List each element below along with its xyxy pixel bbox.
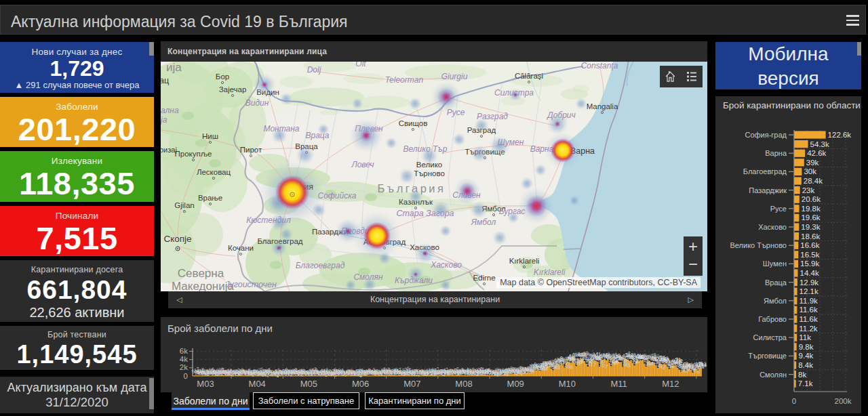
svg-text:4k: 4k bbox=[568, 353, 576, 361]
svg-text:M06: M06 bbox=[352, 379, 369, 389]
svg-text:122.6k: 122.6k bbox=[828, 131, 852, 139]
svg-text:Свищов: Свищов bbox=[399, 119, 428, 127]
svg-text:Търговище: Търговище bbox=[748, 352, 787, 360]
svg-text:M10: M10 bbox=[559, 379, 576, 389]
svg-text:12.1k: 12.1k bbox=[800, 287, 818, 295]
svg-text:8k: 8k bbox=[798, 371, 806, 379]
svg-text:15.9k: 15.9k bbox=[800, 259, 819, 268]
svg-text:Прокупље: Прокупље bbox=[174, 150, 212, 158]
svg-text:19.3k: 19.3k bbox=[801, 223, 820, 231]
svg-text:Kırklareli: Kırklareli bbox=[534, 268, 566, 277]
svg-text:Хасково: Хасково bbox=[758, 223, 787, 231]
svg-text:Ямбол: Ямбол bbox=[471, 217, 496, 227]
svg-text:Kırklareli: Kırklareli bbox=[509, 257, 540, 265]
svg-text:M11: M11 bbox=[610, 379, 627, 389]
svg-text:Враца: Враца bbox=[765, 278, 787, 287]
svg-text:2k: 2k bbox=[180, 363, 188, 371]
svg-text:7.1k: 7.1k bbox=[798, 379, 813, 388]
svg-text:11k: 11k bbox=[799, 333, 811, 341]
svg-text:14.4k: 14.4k bbox=[800, 269, 819, 277]
svg-text:M08: M08 bbox=[455, 379, 472, 389]
svg-text:Северна: Северна bbox=[178, 267, 224, 280]
svg-text:54.3k: 54.3k bbox=[810, 140, 829, 148]
svg-text:42.6k: 42.6k bbox=[807, 149, 826, 157]
svg-text:Шумен: Шумен bbox=[763, 259, 787, 268]
svg-text:Edirne: Edirne bbox=[473, 274, 495, 282]
svg-text:12.9k: 12.9k bbox=[800, 278, 818, 287]
svg-text:Габрово: Габрово bbox=[758, 315, 787, 323]
svg-text:4k: 4k bbox=[635, 352, 644, 360]
svg-text:0: 0 bbox=[184, 372, 188, 380]
svg-text:9.4k: 9.4k bbox=[799, 352, 814, 360]
svg-text:M12: M12 bbox=[662, 379, 679, 389]
svg-text:ја: ја bbox=[161, 115, 167, 125]
svg-text:Видин: Видин bbox=[245, 98, 269, 108]
svg-text:M03: M03 bbox=[197, 379, 214, 389]
svg-text:39k: 39k bbox=[806, 159, 819, 167]
svg-text:Пазарджик: Пазарджик bbox=[749, 186, 787, 194]
svg-text:19.8k: 19.8k bbox=[802, 205, 821, 213]
svg-text:11.6k: 11.6k bbox=[799, 315, 818, 323]
svg-text:20.6k: 20.6k bbox=[802, 195, 821, 203]
svg-text:19.6k: 19.6k bbox=[801, 213, 820, 222]
svg-text:9.8k: 9.8k bbox=[799, 343, 814, 351]
svg-text:11.2k: 11.2k bbox=[799, 325, 818, 333]
svg-text:ац: ац bbox=[161, 76, 169, 85]
svg-text:8.4k: 8.4k bbox=[798, 361, 813, 369]
svg-text:0k: 0k bbox=[683, 361, 691, 369]
svg-text:Русе: Русе bbox=[770, 205, 787, 213]
svg-text:Кочани: Кочани bbox=[228, 244, 254, 252]
svg-text:Teleorman: Teleorman bbox=[385, 75, 424, 85]
svg-text:Dolj: Dolj bbox=[307, 65, 321, 75]
svg-text:Бор: Бор bbox=[216, 72, 229, 81]
svg-text:Mangalia: Mangalia bbox=[587, 102, 618, 110]
svg-text:Călăraşi: Călăraşi bbox=[515, 72, 543, 80]
svg-text:18.6k: 18.6k bbox=[801, 232, 820, 241]
svg-text:Зајечар: Зајечар bbox=[219, 85, 247, 93]
svg-text:Смолян: Смолян bbox=[760, 371, 787, 379]
svg-text:6k: 6k bbox=[180, 347, 188, 355]
svg-text:ална: ална bbox=[161, 106, 179, 115]
svg-text:Ловеч: Ловеч bbox=[351, 160, 374, 169]
svg-text:Југоисточен: Југоисточен bbox=[224, 280, 277, 289]
svg-text:София-град: София-град bbox=[745, 131, 787, 139]
svg-text:Olt: Olt bbox=[355, 62, 366, 68]
svg-text:4k: 4k bbox=[540, 361, 549, 369]
svg-text:Giurgiu: Giurgiu bbox=[441, 72, 468, 81]
svg-text:16.6k: 16.6k bbox=[800, 241, 819, 249]
svg-text:4k: 4k bbox=[595, 351, 603, 359]
svg-text:94: 94 bbox=[700, 362, 707, 369]
svg-text:M07: M07 bbox=[403, 379, 420, 389]
svg-text:Търново: Търново bbox=[414, 169, 445, 178]
svg-text:Благоевград: Благоевград bbox=[296, 261, 345, 270]
svg-text:Благоевград: Благоевград bbox=[743, 167, 787, 175]
svg-text:11.6k: 11.6k bbox=[799, 306, 818, 314]
svg-text:Лесковац: Лесковац bbox=[197, 168, 231, 176]
svg-text:200k: 200k bbox=[835, 397, 852, 405]
svg-text:Врање: Врање bbox=[198, 194, 222, 202]
svg-text:23k: 23k bbox=[802, 186, 815, 194]
svg-text:11.9k: 11.9k bbox=[800, 297, 818, 305]
svg-text:Велико Търново: Велико Търново bbox=[730, 241, 787, 249]
svg-text:Ямбол: Ямбол bbox=[764, 297, 787, 305]
svg-text:Хасково: Хасково bbox=[430, 260, 462, 270]
svg-text:0: 0 bbox=[792, 397, 796, 405]
svg-text:2k: 2k bbox=[675, 356, 683, 365]
svg-text:Gjilan: Gjilan bbox=[174, 201, 194, 209]
svg-text:2k: 2k bbox=[659, 354, 667, 362]
svg-text:16.5k: 16.5k bbox=[800, 251, 819, 259]
svg-text:ија: ија bbox=[166, 62, 182, 74]
svg-text:4k: 4k bbox=[180, 355, 188, 363]
svg-text:M05: M05 bbox=[300, 379, 317, 389]
svg-text:Силистра: Силистра bbox=[753, 333, 787, 341]
svg-text:28.4k: 28.4k bbox=[804, 177, 823, 185]
svg-text:Ниш: Ниш bbox=[202, 132, 218, 140]
svg-text:M04: M04 bbox=[249, 379, 266, 389]
svg-text:Пирот: Пирот bbox=[240, 146, 262, 154]
svg-text:Скопје: Скопје bbox=[163, 234, 191, 244]
svg-text:Constanţa: Constanţa bbox=[581, 62, 618, 70]
svg-text:3k: 3k bbox=[612, 356, 620, 365]
svg-text:M09: M09 bbox=[507, 379, 524, 389]
svg-text:Варна: Варна bbox=[765, 149, 787, 157]
svg-text:30k: 30k bbox=[804, 167, 816, 175]
